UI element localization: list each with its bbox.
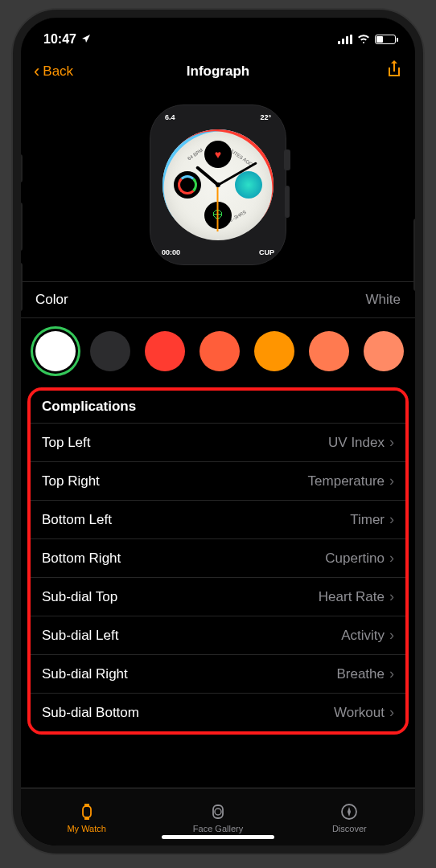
color-swatch-orange-red[interactable] [199,331,240,371]
home-indicator[interactable] [162,835,274,839]
watch-side-button [285,186,290,218]
battery-icon [375,35,396,44]
side-button [18,263,23,311]
complication-row-bottom-right[interactable]: Bottom RightCupertino› [31,538,405,577]
complication-label: Sub-dial Right [42,666,128,682]
complication-label: Sub-dial Left [42,628,118,644]
chevron-left-icon: ‹ [34,61,39,82]
cellular-signal-icon [338,35,352,44]
complication-value: Heart Rate [319,589,385,605]
complication-row-sub-dial-bottom[interactable]: Sub-dial BottomWorkout› [31,693,405,731]
color-swatch-orange[interactable] [254,331,294,371]
color-value: White [366,292,401,308]
activity-rings-icon [178,175,197,194]
corner-bottom-right: CUP [259,248,274,256]
color-swatches-scroll[interactable] [21,318,415,387]
complications-header: Complications [31,391,405,423]
color-label: Color [35,292,68,308]
side-button [18,154,23,182]
share-button[interactable] [386,59,402,84]
complication-row-top-right[interactable]: Top RightTemperature› [31,461,405,500]
complication-value: Cupertino [325,551,385,567]
chevron-right-icon: › [389,704,394,721]
svg-rect-1 [84,804,89,806]
corner-top-right: 22° [260,113,271,121]
watch-face-icon [208,801,228,822]
chevron-right-icon: › [389,588,394,605]
color-swatch-black[interactable] [90,331,130,371]
complication-row-sub-dial-top[interactable]: Sub-dial TopHeart Rate› [31,577,405,616]
watch-icon [77,801,97,822]
watch-crown [284,149,290,170]
corner-top-left: 6.4 [165,113,175,121]
subdial-right [235,171,262,199]
watch-face-preview[interactable]: 6.4 22° 00:00 CUP 64 BPM 3 MINUTES AGO 0… [21,90,415,281]
complication-value: Activity [341,628,385,644]
watch-dial: 64 BPM 3 MINUTES AGO 07:09 -3HRS ♥ 𐀏 [162,129,274,240]
complication-value: Workout [334,705,385,721]
nav-bar: ‹ Back Infograph [21,53,415,90]
color-row[interactable]: Color White [21,281,415,318]
complication-label: Top Right [42,473,100,489]
wifi-icon [357,32,370,47]
chevron-right-icon: › [389,627,394,644]
svg-rect-2 [84,817,89,820]
complication-value: UV Index [328,435,385,451]
svg-rect-0 [83,806,91,817]
tab-label: Discover [332,824,367,833]
corner-bottom-left: 00:00 [162,248,180,256]
complication-row-sub-dial-left[interactable]: Sub-dial LeftActivity› [31,616,405,654]
color-swatch-red[interactable] [145,331,185,371]
screen: 10:47 ‹ Back Infograph [21,18,415,845]
subdial-left [174,171,201,199]
complication-value: Breathe [336,666,385,682]
location-arrow-icon [81,32,91,47]
chevron-right-icon: › [389,434,394,451]
back-label: Back [43,63,73,80]
chevron-right-icon: › [389,665,394,682]
heart-icon: ♥ [215,148,221,161]
chevron-right-icon: › [389,473,394,489]
chevron-right-icon: › [389,511,394,528]
color-swatch-white[interactable] [35,331,76,371]
tab-label: Face Gallery [193,824,243,833]
color-swatch-coral[interactable] [309,331,349,371]
status-time: 10:47 [43,32,76,47]
phone-frame: 10:47 ‹ Back Infograph [13,10,423,854]
complication-row-top-left[interactable]: Top LeftUV Index› [31,423,405,461]
side-button [18,203,23,251]
content-scroll[interactable]: 6.4 22° 00:00 CUP 64 BPM 3 MINUTES AGO 0… [21,90,415,788]
watch-case: 6.4 22° 00:00 CUP 64 BPM 3 MINUTES AGO 0… [150,104,286,265]
complications-section-highlighted: Complications Top LeftUV Index›Top Right… [27,387,409,735]
color-swatch-peach[interactable] [364,331,404,371]
complication-row-sub-dial-right[interactable]: Sub-dial RightBreathe› [31,654,405,693]
notch [134,18,302,40]
complication-label: Top Left [42,435,91,451]
chevron-right-icon: › [389,550,394,567]
svg-point-4 [215,809,221,815]
page-title: Infograph [187,63,249,80]
back-button[interactable]: ‹ Back [34,61,73,82]
complication-label: Sub-dial Bottom [42,705,139,721]
tab-discover[interactable]: Discover [284,788,415,845]
complication-value: Temperature [308,473,385,489]
tab-my-watch[interactable]: My Watch [21,788,152,845]
complication-label: Bottom Left [42,512,112,528]
compass-icon [339,801,359,822]
side-button [413,219,418,291]
complication-label: Sub-dial Top [42,589,117,605]
complication-value: Timer [350,512,385,528]
complication-row-bottom-left[interactable]: Bottom LeftTimer› [31,500,405,538]
subdial-top: ♥ [204,141,232,168]
complication-label: Bottom Right [42,551,121,567]
tab-label: My Watch [67,824,106,833]
